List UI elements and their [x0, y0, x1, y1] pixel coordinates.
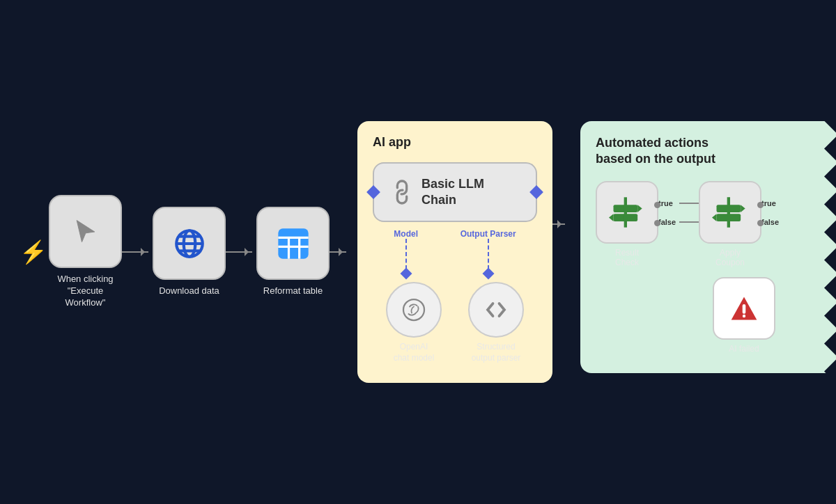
output-parser-label: Output Parser: [460, 229, 516, 239]
svg-marker-16: [741, 205, 745, 212]
svg-point-21: [743, 315, 745, 317]
false-label-2: false: [761, 218, 779, 226]
ai-app-container: AI app Basic LLM Chain Model: [357, 121, 552, 384]
svg-marker-11: [637, 205, 642, 212]
structured-output-subnode[interactable]: Structured output parser: [468, 282, 524, 363]
svg-marker-13: [609, 214, 614, 221]
structured-output-label: Structured output parser: [472, 342, 521, 363]
svg-marker-18: [712, 214, 717, 221]
arrow-4: [552, 223, 569, 225]
code-icon: [483, 297, 509, 322]
trigger-node-label: When clicking "Execute Workflow": [57, 274, 113, 309]
ai-failed-node[interactable]: AI failed: [665, 277, 823, 354]
openai-label: OpenAI chat model: [394, 342, 435, 363]
diamond-model-bottom: [400, 268, 412, 280]
auto-actions-title: Automated actions based on the output: [596, 135, 749, 168]
cursor-icon: [70, 216, 101, 247]
automated-actions-container: Automated actions based on the output: [580, 121, 836, 374]
ai-failed-label: AI failed: [729, 344, 759, 354]
reformat-node-wrap[interactable]: Reformat table: [256, 207, 330, 297]
table-icon: [275, 226, 311, 262]
reformat-node-label: Reformat table: [263, 285, 323, 297]
chain-icon: [386, 176, 417, 207]
result-check-icon: [609, 194, 645, 230]
warning-icon: [729, 293, 759, 324]
true-arrow-1: [679, 203, 699, 204]
openai-subnode[interactable]: OpenAI chat model: [386, 282, 442, 363]
openai-icon: [401, 297, 426, 322]
false-label-1: false: [658, 218, 678, 226]
apply-coupon-node[interactable]: Apply Coupon: [699, 181, 761, 267]
dashed-line-model: [405, 239, 407, 269]
dashed-line-parser: [488, 239, 489, 269]
result-check-label: Result Check: [615, 248, 639, 267]
svg-rect-5: [278, 228, 308, 258]
true-label-2: true: [761, 199, 779, 207]
globe-icon: [172, 226, 207, 261]
coupon-true-dot: [757, 202, 764, 208]
arrow-2: [226, 251, 256, 253]
true-label-1: true: [658, 199, 678, 207]
download-node-label: Download data: [159, 285, 219, 297]
trigger-bolt: ⚡: [21, 237, 46, 267]
arrow-3: [330, 251, 350, 253]
llm-chain-box[interactable]: Basic LLM Chain: [373, 162, 537, 223]
apply-coupon-icon: [712, 194, 748, 230]
diamond-parser-bottom: [482, 268, 494, 280]
model-label: Model: [394, 229, 418, 239]
trigger-node-wrap[interactable]: When clicking "Execute Workflow": [49, 195, 122, 309]
coupon-false-dot: [757, 220, 764, 226]
result-false-dot: [654, 220, 660, 226]
llm-chain-title: Basic LLM Chain: [421, 176, 484, 209]
arrow-1: [122, 251, 153, 253]
result-true-dot: [654, 202, 660, 208]
false-arrow-1: [679, 221, 699, 223]
ai-app-title: AI app: [373, 135, 537, 150]
download-node-wrap[interactable]: Download data: [153, 207, 226, 297]
llm-diamond-left: [366, 185, 380, 199]
result-check-node[interactable]: Result Check: [596, 181, 658, 267]
apply-coupon-label: Apply Coupon: [715, 248, 745, 267]
llm-diamond-right: [529, 185, 543, 199]
